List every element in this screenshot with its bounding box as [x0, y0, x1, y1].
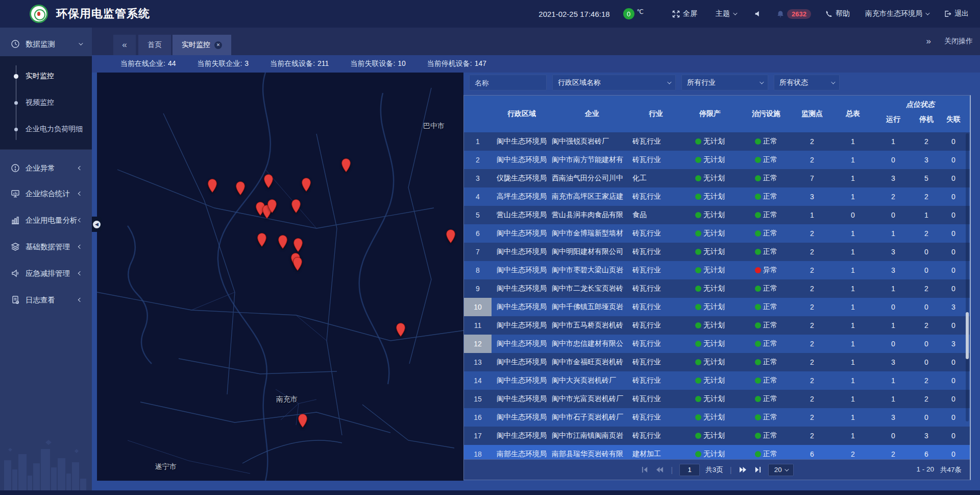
sidebar-item-数据监测[interactable]: 数据监测	[0, 32, 92, 56]
page-number-input[interactable]	[679, 464, 700, 476]
stat-item: 当前在线企业:44	[120, 59, 176, 68]
table-row[interactable]: 8阆中生态环境局阆中市枣碧大梁山页岩砖瓦行业无计划异常21300	[464, 261, 970, 279]
tab-首页[interactable]: 首页	[138, 35, 171, 55]
status-select[interactable]: 所有状态	[774, 75, 840, 90]
stopped-cell: 3	[913, 151, 940, 169]
fullscreen-button[interactable]: 全屏	[672, 9, 697, 18]
column-header-停限产: 停限产	[679, 96, 741, 132]
next-page-button[interactable]	[739, 466, 748, 474]
map-pin[interactable]	[292, 257, 303, 271]
table-scrollbar-track[interactable]	[966, 133, 969, 421]
region-cell: 阆中生态环境局	[492, 427, 552, 445]
status-dot-green	[695, 138, 701, 145]
column-header-行政区域: 行政区域	[492, 96, 552, 132]
tab-close-icon[interactable]: ✕	[214, 41, 222, 49]
table-row[interactable]: 9阆中生态环境局阆中市二龙长宝页岩砖砖瓦行业无计划正常21120	[464, 279, 970, 298]
map-pin[interactable]	[291, 199, 302, 214]
table-row[interactable]: 12阆中生态环境局阆中市忠信建材有限公砖瓦行业无计划正常21003	[464, 335, 970, 353]
app-logo-icon	[30, 5, 48, 23]
tabs-scroll-right-icon[interactable]: »	[926, 36, 931, 46]
map-pin[interactable]	[298, 414, 308, 428]
table-row[interactable]: 1阆中生态环境局阆中强锐页岩砖厂砖瓦行业无计划正常21120	[464, 132, 970, 151]
table-row[interactable]: 10阆中生态环境局阆中千佛镇五郎垭页岩砖瓦行业无计划正常21003	[464, 298, 970, 316]
sidebar-subitem-label: 视频监控	[26, 98, 54, 107]
table-row[interactable]: 3仪陇生态环境局西南油气田分公司川中化工无计划正常71350	[464, 169, 970, 187]
table-row[interactable]: 15阆中生态环境局阆中市光富页岩机砖厂砖瓦行业无计划正常21120	[464, 390, 970, 408]
notification-count-badge: 2632	[787, 9, 811, 19]
table-row[interactable]: 2阆中生态环境局阆中市南方节能建材有砖瓦行业无计划正常21030	[464, 151, 970, 169]
industry-cell: 砖瓦行业	[632, 408, 679, 427]
sound-toggle[interactable]	[754, 10, 762, 17]
table-row[interactable]: 17阆中生态环境局阆中市江南镇阆南页岩砖瓦行业无计划正常21030	[464, 427, 970, 445]
industry-cell: 砖瓦行业	[632, 316, 679, 335]
sidebar-item-基础数据管理[interactable]: 基础数据管理	[0, 233, 92, 260]
table-row[interactable]: 11阆中生态环境局阆中市五马桥页岩机砖砖瓦行业无计划正常21120	[464, 316, 970, 335]
chevron-left-icon	[78, 245, 82, 249]
company-cell: 阆中市二龙长宝页岩砖	[552, 279, 632, 298]
map-pin[interactable]	[446, 229, 456, 244]
sidebar-item-企业用电量分析[interactable]: 企业用电量分析	[0, 207, 92, 233]
plan-status-cell: 无计划	[679, 206, 741, 224]
table-row[interactable]: 13阆中生态环境局阆中市金福旺页岩机砖砖瓦行业无计划正常21300	[464, 353, 970, 371]
map-pin[interactable]	[341, 158, 352, 173]
table-row[interactable]: 4高坪生态环境局南充市高坪区王家店建砖瓦行业无计划正常31220	[464, 187, 970, 206]
pagination-bar: | 共3页 | 20 1 - 20 共47条	[464, 459, 970, 480]
close-operations-button[interactable]: 关闭操作	[944, 37, 973, 46]
map-pin[interactable]	[263, 174, 274, 188]
table-header: 行政区域企业行业停限产治污设施监测点总表点位状态运行停机失联	[464, 96, 970, 132]
prev-page-button[interactable]	[655, 466, 664, 474]
sidebar-subitem-企业电力负荷明细[interactable]: 企业电力负荷明细	[0, 116, 92, 143]
logout-button[interactable]: 退出	[944, 9, 969, 18]
plan-status-cell: 无计划	[679, 316, 741, 335]
first-page-button[interactable]	[640, 466, 649, 474]
table-row[interactable]: 18南部生态环境局南部县瑞华页岩砖有限建材加工无计划正常62260	[464, 445, 970, 460]
industry-cell: 砖瓦行业	[632, 132, 679, 151]
name-search-input[interactable]	[469, 75, 547, 90]
tabs-scroll-left-icon[interactable]: «	[113, 35, 136, 55]
sidebar-item-应急减排管理[interactable]: 应急减排管理	[0, 260, 92, 287]
facility-text: 正常	[763, 247, 777, 256]
map-pin[interactable]	[257, 233, 267, 247]
map-panel[interactable]: 巴中市南充市遂宁市	[97, 73, 463, 481]
map-pin[interactable]	[235, 181, 246, 196]
lost-cell: 0	[940, 151, 967, 169]
page-size-select[interactable]: 20	[768, 464, 794, 476]
theme-dropdown[interactable]: 主题	[716, 9, 736, 18]
sidebar-item-企业异常[interactable]: 企业异常	[0, 156, 92, 180]
map-pin[interactable]	[207, 179, 218, 193]
bullet-icon	[14, 74, 18, 79]
sidebar-collapse-button[interactable]: ◀	[92, 217, 102, 232]
notification-button[interactable]: 2632	[777, 9, 811, 19]
table-row[interactable]: 16阆中生态环境局阆中市石子页岩机砖厂砖瓦行业无计划正常21300	[464, 408, 970, 427]
industry-select[interactable]: 所有行业	[681, 75, 768, 90]
sidebar-subitem-实时监控[interactable]: 实时监控	[0, 63, 92, 89]
facility-status-cell: 正常	[741, 151, 792, 169]
sidebar-item-日志查看[interactable]: 日志查看	[0, 287, 92, 313]
region-select[interactable]: 行政区域名称	[552, 75, 676, 90]
map-pin[interactable]	[396, 323, 406, 337]
status-dot-green	[695, 451, 701, 457]
org-dropdown[interactable]: 南充市生态环境局	[865, 9, 928, 18]
map-pin[interactable]	[278, 235, 288, 249]
plan-text: 无计划	[703, 339, 725, 348]
lost-cell: 0	[940, 445, 967, 460]
sidebar-subitem-视频监控[interactable]: 视频监控	[0, 89, 92, 116]
status-dot-green	[755, 304, 761, 310]
app-root: 环保用电监管系统 2021-02-25 17:46:18 0 ℃ 全屏 主题 2…	[0, 0, 980, 495]
table-row[interactable]: 7阆中生态环境局阆中明阳建材有限公司砖瓦行业无计划正常21300	[464, 243, 970, 261]
filter-bar: 行政区域名称 所有行业 所有状态	[469, 75, 840, 90]
chevron-down-icon	[733, 11, 737, 15]
table-row[interactable]: 14阆中生态环境局阆中大兴页岩机砖厂砖瓦行业无计划正常21120	[464, 371, 970, 390]
sidebar-item-企业综合统计[interactable]: 企业综合统计	[0, 180, 92, 207]
tab-实时监控[interactable]: 实时监控✕	[173, 35, 231, 55]
map-pin[interactable]	[293, 238, 304, 252]
table-scrollbar-thumb[interactable]	[966, 312, 969, 359]
last-page-button[interactable]	[753, 466, 763, 474]
table-row[interactable]: 6阆中生态环境局阆中市金博瑞新型墙材砖瓦行业无计划正常21120	[464, 224, 970, 243]
plan-text: 无计划	[703, 155, 725, 164]
map-pin[interactable]	[301, 178, 312, 192]
plan-text: 无计划	[703, 174, 725, 183]
map-pin[interactable]	[267, 199, 278, 214]
table-row[interactable]: 5营山生态环境局营山县润丰肉食品有限食品无计划正常10010	[464, 206, 970, 224]
help-button[interactable]: 帮助	[825, 9, 850, 18]
